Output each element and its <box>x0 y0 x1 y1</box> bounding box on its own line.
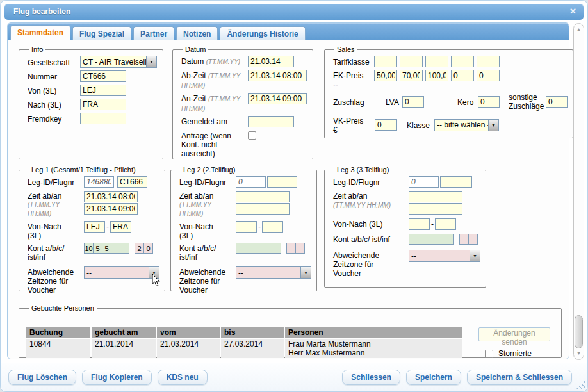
klasse-select[interactable]: -- bitte wählen -- ▼ <box>434 119 499 131</box>
leg3-kont-inf-input[interactable] <box>468 234 478 245</box>
leg3-zeitzone-select[interactable]: -- ▼ <box>409 250 480 262</box>
nummer-input[interactable] <box>80 70 126 82</box>
leg2-kont-ist-input[interactable] <box>286 243 296 254</box>
leg2-kont-c-input[interactable] <box>254 243 263 254</box>
chevron-down-icon[interactable]: ▼ <box>300 267 311 278</box>
gesellschaft-select[interactable]: CT - AIR Travelselle ▼ <box>80 56 157 68</box>
chevron-down-icon[interactable]: ▼ <box>488 120 498 131</box>
leg1-kont-ist-input[interactable] <box>135 243 144 254</box>
scroll-up-icon[interactable]: ▲ <box>575 25 583 34</box>
leg2-flugnr-input[interactable] <box>267 176 297 188</box>
aenderungen-senden-button[interactable]: Änderungen senden <box>478 327 550 341</box>
column-buchung: Buchung <box>26 327 90 338</box>
leg3-id-input[interactable] <box>409 176 439 188</box>
klasse-label: Klasse <box>407 120 430 130</box>
leg3-kont-d-input[interactable] <box>436 234 445 245</box>
ek-preis-input-2[interactable] <box>400 70 423 81</box>
close-icon[interactable]: ✕ <box>569 6 576 16</box>
leg1-flugnr-input[interactable] <box>117 176 147 188</box>
tarifklasse-input-5[interactable] <box>477 56 500 67</box>
tab-partner[interactable]: Partner <box>133 26 174 40</box>
zuschlag-label: Zuschlag <box>333 97 386 107</box>
leg1-zeitzone-select[interactable]: -- ▼ <box>84 266 159 279</box>
dialog-titlebar[interactable]: Flug bearbeiten ✕ <box>4 4 584 20</box>
tarifklasse-input-1[interactable] <box>374 56 397 67</box>
gemeldet-am-input[interactable] <box>248 116 294 127</box>
ab-zeit-input[interactable] <box>248 70 307 81</box>
leg3-kont-c-input[interactable] <box>427 234 436 245</box>
resize-handle-icon[interactable] <box>576 380 585 389</box>
table-row[interactable]: 10844 21.01.2014 21.03.2014 27.03.2014 F… <box>26 339 462 358</box>
leg2-id-input[interactable] <box>236 176 266 188</box>
vk-preis-input[interactable] <box>375 119 397 131</box>
leg1-kont-c-input[interactable] <box>102 243 111 254</box>
anfrage-checkbox[interactable] <box>248 131 256 140</box>
tarifklasse-input-4[interactable] <box>451 56 474 67</box>
vertical-scrollbar[interactable]: ▲ ▼ <box>573 23 584 360</box>
ek-preis-input-4[interactable] <box>451 70 474 81</box>
leg3-zeit-an-input[interactable] <box>409 203 462 215</box>
nach-input[interactable] <box>80 99 126 110</box>
chevron-down-icon[interactable]: ▼ <box>149 267 159 278</box>
leg3-nach-input[interactable] <box>435 218 456 230</box>
leg2-kont-e-input[interactable] <box>272 243 281 254</box>
leg1-kont-d-input[interactable] <box>111 243 120 254</box>
leg2-kont-b-input[interactable] <box>245 243 254 254</box>
leg3-zeit-ab-input[interactable] <box>409 191 462 202</box>
leg3-kont-a-input[interactable] <box>409 234 418 245</box>
gesellschaft-value: CT - AIR Travelselle <box>81 58 146 67</box>
chevron-down-icon[interactable]: ▼ <box>146 56 156 67</box>
leg3-flugnr-input[interactable] <box>440 176 472 188</box>
leg2-zeit-an-input[interactable] <box>236 203 290 215</box>
leg2-vonnach-label: Von-Nach (3L) <box>179 221 236 240</box>
leg1-von-input[interactable] <box>84 221 105 233</box>
scroll-down-icon[interactable]: ▼ <box>575 349 583 358</box>
leg1-id-input[interactable] <box>84 176 114 188</box>
ek-preis-input-3[interactable] <box>425 70 448 81</box>
scrollbar-thumb[interactable] <box>575 315 583 348</box>
speichern-schliessen-button[interactable]: Speichern & Schliessen <box>467 370 572 385</box>
leg3-von-input[interactable] <box>409 218 430 230</box>
leg2-von-input[interactable] <box>236 221 257 233</box>
flug-loeschen-button[interactable]: Flug Löschen <box>8 370 76 385</box>
leg2-kont-d-input[interactable] <box>263 243 272 254</box>
kero-label: Kero <box>457 97 478 107</box>
leg3-kont-ist-input[interactable] <box>459 234 469 245</box>
von-input[interactable] <box>80 85 126 96</box>
tarifklasse-input-2[interactable] <box>400 56 423 67</box>
leg1-kont-b-input[interactable] <box>93 243 102 254</box>
leg3-kont-e-input[interactable] <box>445 234 454 245</box>
leg3-zeitzone-value: -- <box>409 252 470 261</box>
kero-input[interactable] <box>478 96 500 108</box>
leg2-kont-inf-input[interactable] <box>295 243 305 254</box>
leg1-zeit-an-input[interactable] <box>84 203 138 215</box>
fremdkey-input[interactable] <box>80 113 126 124</box>
leg1-zeit-ab-input[interactable] <box>84 191 138 202</box>
leg2-kont-a-input[interactable] <box>236 243 245 254</box>
leg1-nach-input[interactable] <box>110 221 131 233</box>
leg2-zeitzone-select[interactable]: -- ▼ <box>236 266 311 279</box>
leg2-nach-input[interactable] <box>262 221 283 233</box>
kds-neu-button[interactable]: KDS neu <box>158 370 208 385</box>
tab-stammdaten[interactable]: Stammdaten <box>10 25 70 40</box>
leg1-kont-a-input[interactable] <box>84 243 94 254</box>
ek-preis-input-1[interactable] <box>374 70 397 81</box>
flug-kopieren-button[interactable]: Flug Kopieren <box>82 370 152 385</box>
stornierte-checkbox[interactable] <box>485 350 493 358</box>
an-zeit-input[interactable] <box>248 93 307 104</box>
tab-aenderungs-historie[interactable]: Änderungs Historie <box>220 26 305 40</box>
speichern-button[interactable]: Speichern <box>406 370 461 385</box>
leg1-kont-inf-input[interactable] <box>143 243 153 254</box>
tab-flug-spezial[interactable]: Flug Spezial <box>72 26 131 40</box>
datum-input[interactable] <box>248 56 294 67</box>
chevron-down-icon[interactable]: ▼ <box>470 250 480 261</box>
sonstige-input[interactable] <box>546 96 568 108</box>
leg2-zeit-ab-input[interactable] <box>236 191 290 202</box>
tab-notizen[interactable]: Notizen <box>176 26 218 40</box>
leg3-kont-b-input[interactable] <box>418 234 427 245</box>
lva-input[interactable] <box>402 96 424 108</box>
ek-preis-input-5[interactable] <box>477 70 500 81</box>
schliessen-button[interactable]: Schliessen <box>342 370 400 385</box>
tarifklasse-input-3[interactable] <box>425 56 448 67</box>
leg1-kont-e-input[interactable] <box>120 243 129 254</box>
